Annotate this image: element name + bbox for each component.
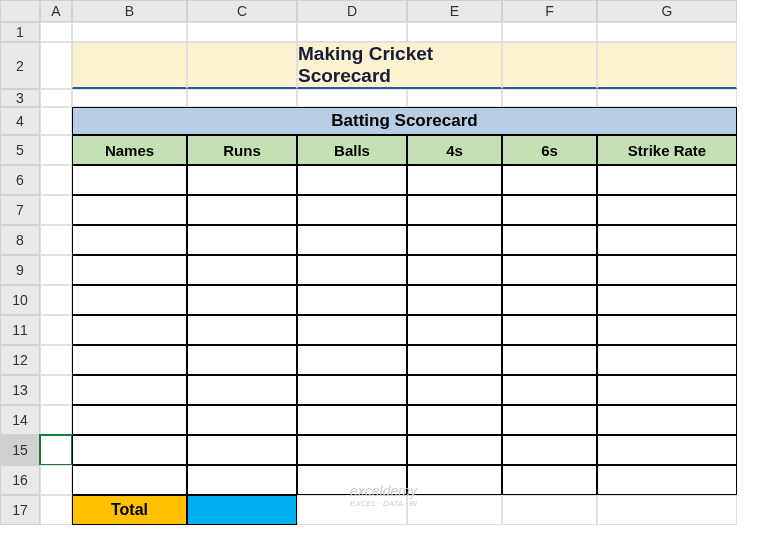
data-cell[interactable] <box>597 435 737 465</box>
cell[interactable] <box>297 22 407 42</box>
cell[interactable] <box>187 42 297 89</box>
data-cell[interactable] <box>502 315 597 345</box>
cell[interactable] <box>297 495 407 525</box>
cell[interactable] <box>40 405 72 435</box>
col-header-b[interactable]: B <box>72 0 187 22</box>
header-fours[interactable]: 4s <box>407 135 502 165</box>
data-cell[interactable] <box>502 465 597 495</box>
data-cell[interactable] <box>597 285 737 315</box>
data-cell[interactable] <box>297 375 407 405</box>
data-cell[interactable] <box>407 435 502 465</box>
data-cell[interactable] <box>297 345 407 375</box>
data-cell[interactable] <box>187 225 297 255</box>
data-cell[interactable] <box>502 345 597 375</box>
header-balls[interactable]: Balls <box>297 135 407 165</box>
data-cell[interactable] <box>297 285 407 315</box>
data-cell[interactable] <box>72 405 187 435</box>
data-cell[interactable] <box>297 315 407 345</box>
data-cell[interactable] <box>187 465 297 495</box>
data-cell[interactable] <box>597 405 737 435</box>
cell[interactable] <box>40 345 72 375</box>
data-cell[interactable] <box>407 345 502 375</box>
row-header-1[interactable]: 1 <box>0 22 40 42</box>
cell[interactable] <box>40 107 72 135</box>
row-header-7[interactable]: 7 <box>0 195 40 225</box>
cell[interactable] <box>597 42 737 89</box>
data-cell[interactable] <box>407 165 502 195</box>
cell[interactable] <box>502 89 597 107</box>
data-cell[interactable] <box>502 285 597 315</box>
total-value[interactable] <box>187 495 297 525</box>
data-cell[interactable] <box>297 465 407 495</box>
data-cell[interactable] <box>187 435 297 465</box>
header-runs[interactable]: Runs <box>187 135 297 165</box>
data-cell[interactable] <box>297 435 407 465</box>
data-cell[interactable] <box>407 285 502 315</box>
cell[interactable] <box>187 22 297 42</box>
cell[interactable] <box>187 89 297 107</box>
data-cell[interactable] <box>72 435 187 465</box>
row-header-9[interactable]: 9 <box>0 255 40 285</box>
data-cell[interactable] <box>407 255 502 285</box>
cell[interactable] <box>40 285 72 315</box>
data-cell[interactable] <box>502 435 597 465</box>
row-header-4[interactable]: 4 <box>0 107 40 135</box>
data-cell[interactable] <box>72 465 187 495</box>
cell[interactable] <box>597 89 737 107</box>
cell[interactable] <box>40 315 72 345</box>
data-cell[interactable] <box>297 195 407 225</box>
data-cell[interactable] <box>72 195 187 225</box>
data-cell[interactable] <box>407 405 502 435</box>
col-header-e[interactable]: E <box>407 0 502 22</box>
data-cell[interactable] <box>187 165 297 195</box>
row-header-3[interactable]: 3 <box>0 89 40 107</box>
data-cell[interactable] <box>502 405 597 435</box>
cell[interactable] <box>502 495 597 525</box>
data-cell[interactable] <box>187 345 297 375</box>
data-cell[interactable] <box>72 375 187 405</box>
data-cell[interactable] <box>502 165 597 195</box>
data-cell[interactable] <box>297 405 407 435</box>
header-names[interactable]: Names <box>72 135 187 165</box>
cell[interactable] <box>40 255 72 285</box>
data-cell[interactable] <box>187 255 297 285</box>
cell[interactable] <box>407 495 502 525</box>
row-header-15[interactable]: 15 <box>0 435 40 465</box>
data-cell[interactable] <box>407 375 502 405</box>
cell[interactable] <box>407 22 502 42</box>
data-cell[interactable] <box>297 165 407 195</box>
col-header-f[interactable]: F <box>502 0 597 22</box>
data-cell[interactable] <box>502 255 597 285</box>
cell[interactable] <box>407 89 502 107</box>
data-cell[interactable] <box>597 345 737 375</box>
cell[interactable] <box>72 42 187 89</box>
data-cell[interactable] <box>187 195 297 225</box>
cell[interactable] <box>40 465 72 495</box>
data-cell[interactable] <box>597 315 737 345</box>
data-cell[interactable] <box>597 465 737 495</box>
row-header-17[interactable]: 17 <box>0 495 40 525</box>
data-cell[interactable] <box>502 225 597 255</box>
data-cell[interactable] <box>502 375 597 405</box>
col-header-g[interactable]: G <box>597 0 737 22</box>
data-cell[interactable] <box>187 315 297 345</box>
row-header-11[interactable]: 11 <box>0 315 40 345</box>
row-header-5[interactable]: 5 <box>0 135 40 165</box>
cell[interactable] <box>502 42 597 89</box>
corner-cell[interactable] <box>0 0 40 22</box>
header-strike-rate[interactable]: Strike Rate <box>597 135 737 165</box>
cell[interactable] <box>40 135 72 165</box>
row-header-12[interactable]: 12 <box>0 345 40 375</box>
cell[interactable] <box>40 42 72 89</box>
row-header-8[interactable]: 8 <box>0 225 40 255</box>
cell[interactable] <box>40 165 72 195</box>
data-cell[interactable] <box>187 405 297 435</box>
cell[interactable] <box>40 375 72 405</box>
data-cell[interactable] <box>72 165 187 195</box>
row-header-10[interactable]: 10 <box>0 285 40 315</box>
cell[interactable] <box>40 195 72 225</box>
cell[interactable] <box>40 495 72 525</box>
data-cell[interactable] <box>72 285 187 315</box>
cell[interactable] <box>502 22 597 42</box>
data-cell[interactable] <box>72 255 187 285</box>
